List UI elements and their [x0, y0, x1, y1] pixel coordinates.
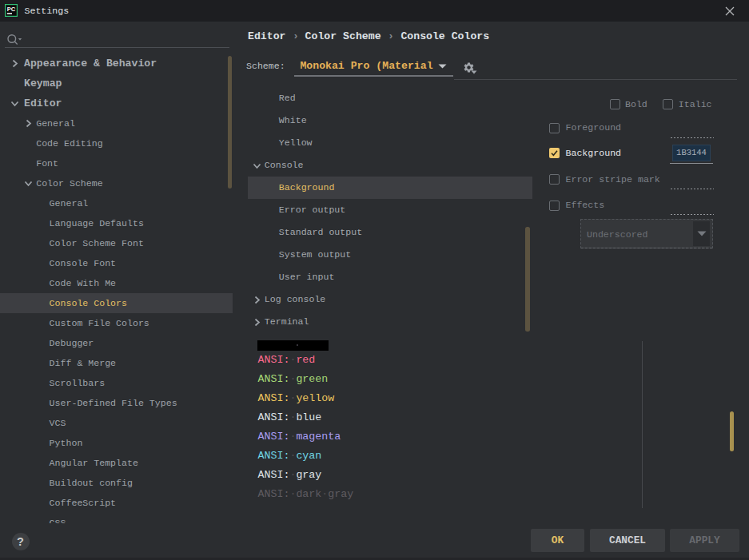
svg-text:PC: PC: [7, 6, 16, 13]
